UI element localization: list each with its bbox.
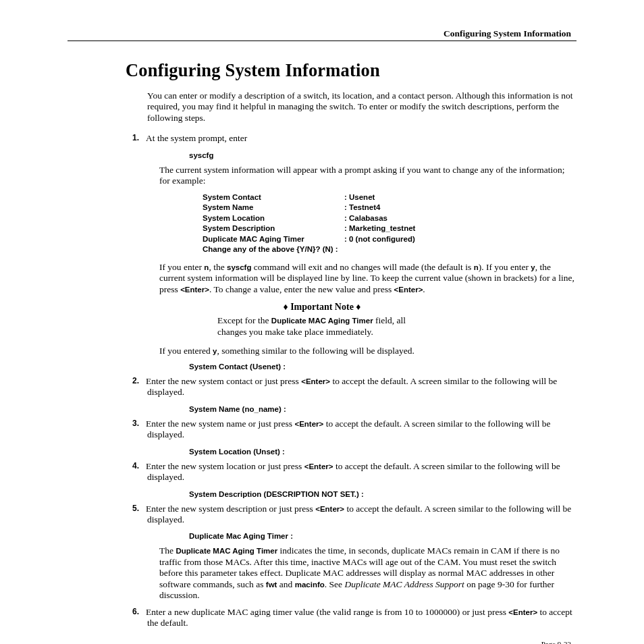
prompt-system-contact: System Contact (Usenet) : — [189, 363, 576, 371]
important-note-body: Except for the Duplicate MAC Aging Timer… — [217, 315, 427, 338]
running-header: Configuring System Information — [68, 28, 576, 39]
step-1-ify: If you entered y, something similar to t… — [159, 346, 576, 356]
step-1-explain: If you enter n, the syscfg command will … — [159, 262, 576, 295]
prompt-duplicate-mac: Duplicate Mac Aging Timer : — [189, 532, 576, 540]
page-title: Configuring System Information — [126, 60, 576, 81]
page-footer: Page 9-23 — [68, 640, 576, 644]
step-5: 5.Enter the new system description or ju… — [147, 504, 576, 526]
step-2: 2.Enter the new system contact or just p… — [147, 376, 576, 398]
step-text: At the system prompt, enter — [146, 133, 247, 143]
intro-paragraph: You can enter or modify a description of… — [147, 90, 576, 124]
step-number: 1. — [132, 133, 146, 143]
prompt-system-description: System Description (DESCRIPTION NOT SET.… — [189, 490, 576, 498]
header-rule — [68, 41, 576, 41]
system-output: System Contact: Usenet System Name: Test… — [203, 192, 576, 255]
prompt-system-location: System Location (Unset) : — [189, 448, 576, 456]
step-1-para: The current system information will appe… — [159, 165, 576, 187]
prompt-system-name: System Name (no_name) : — [189, 405, 576, 413]
step-5-explain: The Duplicate MAC Aging Timer indicates … — [159, 545, 576, 601]
command-syscfg: syscfg — [189, 151, 576, 159]
page: Configuring System Information Configuri… — [0, 0, 644, 644]
step-1: 1.At the system prompt, enter — [147, 133, 576, 144]
step-6: 6.Enter a new duplicate MAC aging timer … — [147, 607, 576, 629]
important-note-title: ♦ Important Note ♦ — [68, 302, 576, 313]
step-4: 4.Enter the new system location or just … — [147, 461, 576, 483]
step-3: 3.Enter the new system name or just pres… — [147, 419, 576, 441]
